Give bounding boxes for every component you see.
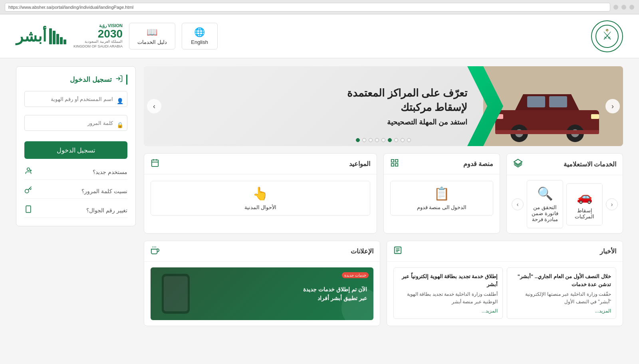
calendar-icon <box>151 158 159 169</box>
site-header: ⚔ 🌴 🌐 English 📖 دليل الخدمات VISION رؤية… <box>0 14 639 58</box>
address-bar[interactable]: https://www.absher.sa/portal/landing/ind… <box>5 3 610 12</box>
carousel-dot-1[interactable] <box>407 138 411 142</box>
login-btn[interactable]: تسجيل الدخول <box>24 141 127 159</box>
absher-brand: أبشر <box>16 28 66 45</box>
carousel: تعرّف على المراكز المعتمدةلإسقاط مركبتك … <box>144 66 623 146</box>
carousel-dot-5[interactable] <box>381 138 385 142</box>
consult-item-invoice[interactable]: 🔍 التحقق من فاتورة ضمن مبادرة فرحة <box>527 180 563 228</box>
news-card: الأخبار خلال النصف الأول من العام الجاري… <box>387 241 623 326</box>
absher-text: أبشر <box>16 28 47 45</box>
news-item-1: خلال النصف الأول من العام الجاري.. "أبشر… <box>507 267 616 319</box>
carousel-dot-9[interactable] <box>356 138 360 142</box>
green-arrow-decoration <box>463 66 511 146</box>
username-input[interactable] <box>24 91 127 107</box>
news-item-1-body: حقّقت وزارة الداخلية عبر منصتها الإلكترو… <box>512 291 611 306</box>
phone-illustration-icon <box>162 274 190 314</box>
qudoom-title: منصة قدوم <box>463 160 493 168</box>
password-input[interactable] <box>24 115 127 131</box>
news-item-2: إطلاق خدمة تجديد بطاقة الهوية إلكترونياً… <box>393 267 503 319</box>
absher-bars-icon <box>49 28 66 44</box>
qudoom-body: 📋 الدخول الى منصة قدوم <box>384 174 500 222</box>
layers-icon <box>513 158 523 170</box>
news-item-1-title: خلال النصف الأول من العام الجاري.. "أبشر… <box>512 273 611 288</box>
svg-rect-18 <box>391 164 394 166</box>
announcement-body: خدمات جديدة الآن تم إطلاق خدمات جديدةعبر… <box>144 262 380 326</box>
ministry-logo: ⚔ 🌴 <box>591 20 623 52</box>
book-icon: 📖 <box>147 27 157 38</box>
carousel-prev-btn[interactable]: ‹ <box>605 99 620 113</box>
news-item-1-more[interactable]: المزيد... <box>512 308 611 314</box>
moi-emblem-icon: ⚔ 🌴 <box>595 24 619 48</box>
forgot-password-link[interactable]: نسيت كلمة المرور؟ <box>24 184 127 199</box>
login-title: تسجيل الدخول <box>24 75 127 85</box>
info-row: الأخبار خلال النصف الأول من العام الجاري… <box>144 241 623 326</box>
key-icon <box>24 186 32 196</box>
carousel-dot-3[interactable] <box>394 138 398 142</box>
browser-close-btn[interactable] <box>629 5 634 10</box>
news-item-2-more[interactable]: المزيد... <box>399 308 498 314</box>
news-item-2-body: أطلقت وزارة الداخلية خدمة تجديد بطاقة ال… <box>399 291 498 306</box>
news-body: خلال النصف الأول من العام الجاري.. "أبشر… <box>387 262 623 324</box>
svg-rect-19 <box>152 160 159 167</box>
change-mobile-link[interactable]: تغيير رقم الجوال؟ <box>24 203 127 218</box>
qudoom-access-icon: 📋 <box>434 186 450 201</box>
sidebar: تسجيل الدخول 👤 🔒 تسجيل الدخول مستخدم جدي… <box>16 66 136 326</box>
carousel-dot-7[interactable] <box>369 138 373 142</box>
announcements-icon <box>151 246 159 257</box>
carousel-dots <box>356 138 411 142</box>
consult-prev-btn[interactable]: ‹ <box>606 198 618 210</box>
new-user-link[interactable]: مستخدم جديد؟ <box>24 164 127 180</box>
login-box: تسجيل الدخول 👤 🔒 تسجيل الدخول مستخدم جدي… <box>16 66 136 226</box>
svg-rect-5 <box>527 96 545 107</box>
vision-logo: VISION رؤية 2030 المملكة العربية السعودي… <box>16 23 123 49</box>
announcement-text: الآن تم إطلاق خدمات جديدةعبر تطبيق أبشر … <box>190 285 367 303</box>
svg-point-34 <box>25 189 29 193</box>
carousel-dot-8[interactable] <box>362 138 366 142</box>
consultative-services-card: الخدمات الاستعلامية ‹ 🚗 إسقاط المركبات <box>506 153 623 233</box>
main-container: تعرّف على المراكز المعتمدةلإسقاط مركبتك … <box>0 58 639 334</box>
svg-rect-11 <box>591 114 599 119</box>
appointments-body: 👆 الأحوال المدنية <box>144 174 377 222</box>
mobile-icon <box>24 205 32 215</box>
consult-item-vehicles[interactable]: 🚗 إسقاط المركبات <box>566 183 603 226</box>
carousel-next-btn[interactable]: › <box>147 99 161 113</box>
announcement-badge: خدمات جديدة <box>342 272 369 278</box>
qudoom-card: منصة قدوم 📋 الدخول الى منصة قدوم <box>383 153 500 233</box>
carousel-text: تعرّف على المراكز المعتمدةلإسقاط مركبتك … <box>144 78 483 135</box>
username-wrapper: 👤 <box>24 91 127 111</box>
login-icon <box>115 75 123 85</box>
svg-rect-16 <box>395 160 398 162</box>
invoice-check-icon: 🔍 <box>537 186 553 201</box>
svg-rect-15 <box>391 160 394 162</box>
qudoom-item[interactable]: 📋 الدخول الى منصة قدوم <box>390 181 493 216</box>
services-guide-btn[interactable]: 📖 دليل الخدمات <box>129 23 175 49</box>
announcements-header: الإعلانات <box>144 241 380 262</box>
vision-country: المملكة العربية السعوديةKINGDOM OF SAUDI… <box>73 40 123 49</box>
svg-rect-17 <box>395 164 398 166</box>
news-item-2-title: إطلاق خدمة تجديد بطاقة الهوية إلكترونياً… <box>399 273 498 288</box>
announcements-title: الإعلانات <box>351 247 373 255</box>
carousel-dot-6[interactable] <box>375 138 379 142</box>
sidebar-links: مستخدم جديد؟ نسيت كلمة المرور؟ <box>24 164 127 218</box>
appointments-title: المواعيد <box>349 160 370 168</box>
civil-affairs-item[interactable]: 👆 الأحوال المدنية <box>151 181 370 216</box>
carousel-dot-2[interactable] <box>401 138 405 142</box>
svg-rect-6 <box>549 96 567 107</box>
qudoom-header: منصة قدوم <box>384 154 500 174</box>
news-header: الأخبار <box>387 241 623 262</box>
globe-icon: 🌐 <box>194 27 205 38</box>
svg-point-31 <box>27 168 30 171</box>
browser-max-btn[interactable] <box>613 5 618 10</box>
consultative-services-title: الخدمات الاستعلامية <box>564 160 616 168</box>
announcements-card: الإعلانات خدمات جديدة <box>144 241 380 326</box>
header-right: 🌐 English 📖 دليل الخدمات VISION رؤية 203… <box>16 23 218 49</box>
consultative-services-body: ‹ 🚗 إسقاط المركبات 🔍 التحقق من فاتورة ضم… <box>507 175 623 233</box>
consultative-services-header: الخدمات الاستعلامية <box>507 154 623 175</box>
carousel-subtitle: استفد من المهلة التصحيحية <box>152 118 467 127</box>
appointments-card: المواعيد 👆 الأحوال المدنية <box>144 153 377 233</box>
browser-min-btn[interactable] <box>621 5 626 10</box>
consult-next-btn[interactable]: › <box>512 198 524 210</box>
carousel-dot-4[interactable] <box>388 138 392 142</box>
english-btn[interactable]: 🌐 English <box>182 23 218 49</box>
carousel-title: تعرّف على المراكز المعتمدةلإسقاط مركبتك <box>152 86 467 115</box>
